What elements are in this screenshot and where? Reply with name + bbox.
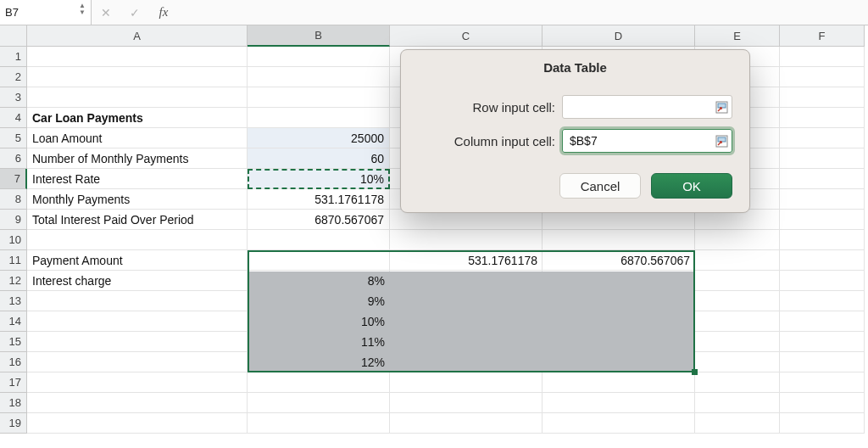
row-header[interactable]: 16 bbox=[0, 352, 27, 372]
cell[interactable] bbox=[780, 352, 865, 372]
cell[interactable] bbox=[390, 332, 542, 352]
cell[interactable] bbox=[390, 271, 542, 291]
row-header[interactable]: 10 bbox=[0, 230, 27, 250]
cell[interactable] bbox=[780, 311, 865, 332]
cell[interactable] bbox=[390, 311, 542, 332]
cell[interactable] bbox=[27, 47, 248, 67]
row-header[interactable]: 19 bbox=[0, 413, 27, 434]
cell[interactable] bbox=[27, 352, 248, 372]
cell[interactable] bbox=[248, 250, 390, 271]
cell[interactable] bbox=[542, 250, 695, 271]
name-box-stepper[interactable]: ▲ ▼ bbox=[79, 6, 86, 20]
formula-input[interactable] bbox=[178, 0, 868, 25]
column-header-d[interactable]: D bbox=[542, 25, 695, 47]
cell[interactable] bbox=[248, 271, 390, 291]
row-header[interactable]: 18 bbox=[0, 393, 27, 413]
ok-button[interactable]: OK bbox=[651, 173, 732, 199]
cell[interactable] bbox=[248, 108, 390, 128]
cell[interactable] bbox=[780, 332, 865, 352]
cancel-formula-icon[interactable]: ✕ bbox=[92, 6, 120, 20]
cell[interactable] bbox=[248, 372, 390, 393]
fx-icon[interactable]: fx bbox=[149, 5, 178, 20]
cell[interactable] bbox=[695, 332, 780, 352]
cell[interactable] bbox=[780, 148, 865, 169]
cell[interactable] bbox=[390, 372, 542, 393]
accept-formula-icon[interactable]: ✓ bbox=[120, 6, 149, 20]
cell[interactable] bbox=[542, 230, 695, 250]
row-header[interactable]: 6 bbox=[0, 148, 27, 169]
row-header[interactable]: 11 bbox=[0, 250, 27, 271]
cell[interactable] bbox=[780, 210, 865, 230]
cell[interactable] bbox=[27, 291, 248, 311]
cell[interactable] bbox=[248, 291, 390, 311]
cell[interactable] bbox=[27, 230, 248, 250]
cell[interactable]: Total Interest Paid Over Period bbox=[27, 210, 248, 230]
row-header[interactable]: 17 bbox=[0, 372, 27, 393]
cell[interactable] bbox=[542, 291, 695, 311]
cell[interactable] bbox=[780, 189, 865, 210]
column-input-cell-field[interactable] bbox=[562, 129, 732, 153]
row-header[interactable]: 5 bbox=[0, 128, 27, 148]
cell[interactable] bbox=[780, 169, 865, 189]
row-header[interactable]: 13 bbox=[0, 291, 27, 311]
cell[interactable]: Interest charge bbox=[27, 271, 248, 291]
cell[interactable] bbox=[390, 291, 542, 311]
cell[interactable] bbox=[695, 250, 780, 271]
cell[interactable] bbox=[542, 352, 695, 372]
cell[interactable] bbox=[542, 393, 695, 413]
row-header[interactable]: 12 bbox=[0, 271, 27, 291]
cell[interactable] bbox=[695, 311, 780, 332]
chevron-down-icon[interactable]: ▼ bbox=[79, 13, 86, 20]
cell[interactable]: Number of Monthly Payments bbox=[27, 148, 248, 169]
cell[interactable] bbox=[248, 87, 390, 108]
cell[interactable] bbox=[390, 413, 542, 434]
cell[interactable] bbox=[390, 230, 542, 250]
cell[interactable] bbox=[248, 413, 390, 434]
row-header[interactable]: 3 bbox=[0, 87, 27, 108]
cell[interactable] bbox=[695, 393, 780, 413]
select-all-corner[interactable] bbox=[0, 25, 27, 47]
cell[interactable] bbox=[248, 230, 390, 250]
cell[interactable] bbox=[695, 291, 780, 311]
cell[interactable] bbox=[248, 47, 390, 67]
cell[interactable] bbox=[27, 393, 248, 413]
cell[interactable] bbox=[780, 47, 865, 67]
cell[interactable]: Interest Rate bbox=[27, 169, 248, 189]
cancel-button[interactable]: Cancel bbox=[559, 173, 641, 199]
cell[interactable] bbox=[780, 372, 865, 393]
cell[interactable] bbox=[780, 250, 865, 271]
cell[interactable]: 6870.567067 bbox=[248, 210, 390, 230]
cell[interactable] bbox=[27, 372, 248, 393]
cell[interactable] bbox=[27, 413, 248, 434]
row-header[interactable]: 2 bbox=[0, 67, 27, 87]
cell[interactable]: Monthly Payments bbox=[27, 189, 248, 210]
cell[interactable] bbox=[542, 271, 695, 291]
cell[interactable] bbox=[248, 67, 390, 87]
cell[interactable]: 10% bbox=[248, 169, 390, 189]
cell[interactable] bbox=[390, 352, 542, 372]
cell[interactable] bbox=[780, 413, 865, 434]
cell[interactable] bbox=[27, 311, 248, 332]
cell[interactable] bbox=[390, 393, 542, 413]
cell[interactable] bbox=[248, 352, 390, 372]
cell[interactable] bbox=[248, 393, 390, 413]
cell[interactable] bbox=[542, 372, 695, 393]
row-header[interactable]: 15 bbox=[0, 332, 27, 352]
row-header[interactable]: 7 bbox=[0, 169, 27, 189]
row-header[interactable]: 8 bbox=[0, 189, 27, 210]
collapse-dialog-icon[interactable] bbox=[715, 134, 728, 148]
cell[interactable] bbox=[695, 230, 780, 250]
cell[interactable] bbox=[542, 332, 695, 352]
cell[interactable] bbox=[695, 372, 780, 393]
collapse-dialog-icon[interactable] bbox=[715, 100, 728, 114]
cell[interactable] bbox=[780, 108, 865, 128]
cell[interactable] bbox=[780, 291, 865, 311]
cell[interactable] bbox=[695, 413, 780, 434]
column-header-e[interactable]: E bbox=[695, 25, 780, 47]
cell[interactable] bbox=[27, 87, 248, 108]
cell[interactable]: 60 bbox=[248, 148, 390, 169]
column-header-f[interactable]: F bbox=[780, 25, 865, 47]
row-header[interactable]: 4 bbox=[0, 108, 27, 128]
cell[interactable] bbox=[780, 128, 865, 148]
cell[interactable] bbox=[780, 87, 865, 108]
